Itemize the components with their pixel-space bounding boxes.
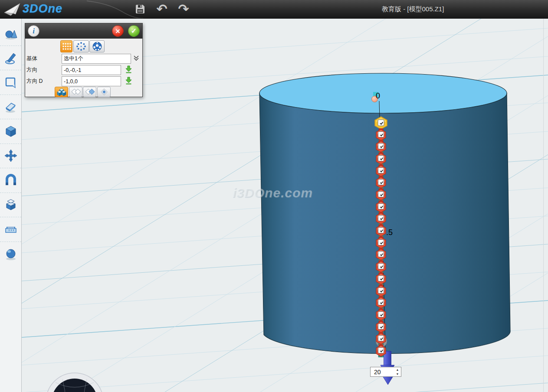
dialog-title-bar: i ✕ ✓ — [25, 23, 142, 39]
eraser-icon — [4, 100, 18, 114]
chevron-double-down-icon — [133, 55, 140, 62]
undo-button[interactable]: ↶ — [154, 2, 169, 16]
tab-linear-pattern[interactable] — [60, 40, 72, 52]
spacing-label: .5 — [386, 228, 393, 237]
save-icon — [135, 4, 145, 14]
field-label-base: 基体 — [26, 55, 61, 62]
sidebar-item-material[interactable] — [0, 242, 21, 266]
sidebar-item-primitives[interactable] — [0, 21, 21, 46]
window-title: 教育版 - [模型005.Z1] — [382, 0, 444, 18]
pattern-count-box: ▲ ▼ — [370, 367, 401, 377]
measure-ruler-icon — [4, 222, 18, 236]
green-pick-arrow-icon — [125, 65, 132, 73]
option-diamond-blue[interactable] — [83, 87, 96, 97]
sketch-pen-icon — [4, 51, 18, 65]
pattern-count-input[interactable] — [371, 367, 394, 376]
sidebar-item-sketch-plane[interactable] — [0, 70, 21, 95]
count-spinner: ▲ ▼ — [394, 367, 401, 376]
sidebar-item-sketch[interactable] — [0, 46, 21, 71]
cancel-button[interactable]: ✕ — [112, 25, 124, 37]
redo-icon: ↷ — [178, 3, 189, 16]
pattern-dialog: i ✕ ✓ — [25, 23, 143, 97]
option-diamond-pair[interactable] — [69, 87, 82, 97]
linear-pattern-icon — [62, 42, 71, 51]
sidebar-item-solid[interactable] — [0, 119, 21, 144]
viewport-right-border — [543, 18, 544, 392]
diamond-blue-icon — [84, 88, 95, 96]
field-label-direction-d: 方向 D — [26, 78, 61, 85]
field-label-direction: 方向 — [26, 66, 61, 74]
tool-sidebar — [0, 18, 22, 392]
sphere-pattern-icon — [92, 41, 102, 52]
save-button[interactable] — [133, 2, 148, 16]
paper-plane-icon — [3, 1, 21, 16]
material-sphere-icon — [4, 247, 18, 261]
circular-pattern-icon — [76, 42, 86, 51]
primitives-icon — [4, 26, 18, 40]
check-icon: ✓ — [131, 27, 137, 35]
tab-sphere-pattern[interactable] — [89, 40, 105, 52]
redo-button[interactable]: ↷ — [176, 2, 191, 16]
sketch-plane-icon — [4, 75, 18, 89]
magnet-assembly-icon — [4, 173, 18, 187]
direction-input[interactable] — [62, 65, 121, 75]
undo-icon: ↶ — [156, 3, 167, 16]
sidebar-item-assembly[interactable] — [0, 168, 21, 193]
direction-d-input[interactable] — [62, 76, 121, 86]
solid-cube-icon — [4, 124, 18, 138]
base-selection-input[interactable] — [62, 54, 131, 64]
app-logo: 3DOne — [3, 1, 62, 16]
spinner-up-icon[interactable]: ▲ — [394, 368, 401, 372]
option-diamond-dot[interactable] — [97, 87, 111, 97]
sidebar-item-combine[interactable] — [0, 193, 21, 218]
sidebar-item-measure[interactable] — [0, 217, 21, 242]
diamond-pair-icon — [70, 88, 82, 96]
confirm-button[interactable]: ✓ — [128, 25, 140, 37]
pattern-cubes-icon — [56, 87, 67, 97]
combine-icon — [4, 198, 18, 212]
green-pick-arrow-icon — [125, 76, 132, 85]
tab-circular-pattern[interactable] — [73, 40, 89, 52]
expand-button[interactable] — [133, 55, 141, 62]
origin-label: 0 — [376, 91, 380, 101]
spinner-down-icon[interactable]: ▼ — [394, 372, 401, 376]
info-icon[interactable]: i — [28, 25, 39, 37]
sidebar-item-move[interactable] — [0, 144, 21, 169]
option-pattern-geometry[interactable] — [55, 87, 68, 97]
view-navigation-cube[interactable] — [43, 369, 107, 392]
pick-direction-button[interactable] — [125, 65, 133, 73]
title-bar: 3DOne ↶ ↷ 教育版 - [模型005 — [0, 0, 548, 19]
cylinder-top-face[interactable] — [259, 73, 507, 113]
diamond-dot-icon — [98, 88, 110, 96]
application-window: i3DOne.com 0 .5 ▲ ▼ — [0, 0, 548, 392]
pick-direction-d-button[interactable] — [125, 76, 133, 84]
move-icon — [4, 149, 18, 163]
sidebar-item-eraser[interactable] — [0, 95, 21, 120]
pattern-instance-marker[interactable] — [375, 344, 387, 359]
brand-name: 3DOne — [23, 2, 62, 16]
close-icon: ✕ — [115, 28, 121, 35]
